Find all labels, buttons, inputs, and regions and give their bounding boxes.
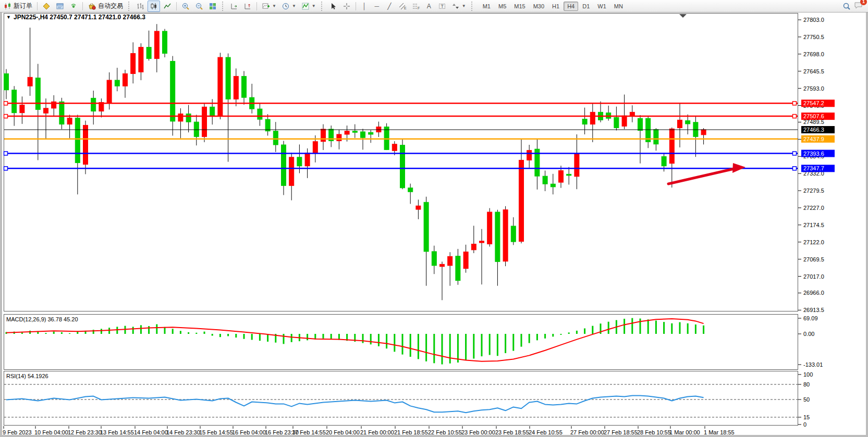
macd-hist-bar	[195, 333, 197, 334]
candle-body	[297, 157, 302, 166]
chart-canvas[interactable]: 27803.027750.527698.027645.527593.027540…	[0, 0, 868, 437]
zoom-in-icon	[181, 2, 190, 10]
candle-body	[345, 131, 349, 134]
autotrading-button[interactable]: 自动交易	[85, 1, 125, 12]
toolbar-grip	[471, 2, 474, 11]
candle-body	[321, 129, 326, 142]
period-button[interactable]: ▼	[279, 1, 298, 12]
search-icon[interactable]	[842, 2, 851, 10]
candle-body	[574, 154, 579, 177]
data-window-button[interactable]	[54, 1, 66, 12]
macd-hist-bar	[457, 334, 459, 363]
fibonacci-button[interactable]: F	[410, 1, 422, 12]
line-handle[interactable]	[4, 152, 8, 155]
macd-hist-bar	[449, 334, 451, 364]
candle-body	[226, 57, 230, 99]
timeframe-h4[interactable]: H4	[564, 2, 578, 11]
candle-body	[4, 73, 9, 90]
zoom-in-button[interactable]	[179, 1, 192, 12]
window-frame-right	[866, 12, 868, 437]
trendline-button[interactable]: ╱	[384, 1, 395, 12]
timeframe-h1[interactable]: H1	[548, 2, 563, 11]
line-handle[interactable]	[4, 102, 8, 105]
timeframe-m5[interactable]: M5	[495, 2, 510, 11]
timeframe-mn[interactable]: MN	[610, 2, 627, 11]
notifications-button[interactable]: 1	[854, 1, 863, 11]
macd-axis-label: 0.00	[803, 331, 814, 337]
indicators-button[interactable]: ▼	[299, 1, 318, 12]
zoom-out-button[interactable]	[193, 1, 205, 12]
tile-windows-button[interactable]	[206, 1, 219, 12]
step-forward-button[interactable]	[241, 1, 254, 12]
channel-icon: E	[398, 2, 407, 10]
line-handle[interactable]	[793, 167, 797, 170]
candle-body	[67, 118, 72, 124]
macd-hist-bar	[125, 326, 126, 334]
chart-collapse-icon[interactable]: ▼	[6, 15, 11, 20]
rsi-axis-label: 50	[803, 396, 810, 403]
vertical-line-button[interactable]: │	[359, 1, 370, 12]
candle-body	[669, 129, 674, 163]
crosshair-button[interactable]	[340, 1, 353, 12]
price-tick-label: 27017.0	[803, 273, 824, 280]
timeframe-d1[interactable]: D1	[579, 2, 593, 11]
toolbar: 新订单 自动交易	[0, 0, 868, 13]
text-label-button[interactable]: T	[436, 1, 448, 12]
candle-body	[305, 153, 310, 166]
candle-body	[361, 132, 365, 138]
candle-body	[487, 212, 492, 244]
macd-hist-bar	[663, 322, 665, 334]
timeframe-m15[interactable]: M15	[510, 2, 529, 11]
new-chart-button[interactable]: ▼	[260, 1, 278, 12]
vertical-line-icon: │	[361, 3, 368, 10]
candle-body	[170, 61, 175, 121]
line-handle[interactable]	[4, 167, 8, 170]
bar-chart-button[interactable]	[134, 1, 146, 12]
macd-hist-bar	[378, 334, 380, 346]
shapes-button[interactable]: ▼	[449, 1, 468, 12]
new-order-button[interactable]: 新订单	[2, 1, 34, 12]
time-axis[interactable]: 9 Feb 202310 Feb 04:0012 Feb 23:3013 Feb…	[3, 426, 735, 435]
macd-hist-bar	[418, 334, 419, 359]
cursor-button[interactable]	[327, 1, 339, 12]
text-icon: A	[425, 3, 433, 10]
price-label: 27547.2	[803, 100, 824, 106]
candlestick-chart-button[interactable]	[148, 1, 160, 12]
rsi-label: RSI(14) 54.1926	[6, 373, 48, 379]
timeframe-m1[interactable]: M1	[479, 2, 494, 11]
navigator-button[interactable]	[67, 1, 80, 12]
new-chart-icon	[262, 2, 270, 10]
text-button[interactable]: A	[423, 1, 435, 12]
channel-button[interactable]: E	[396, 1, 409, 12]
horizontal-line-button[interactable]: ─	[371, 1, 383, 12]
autotrading-basket-icon	[88, 2, 96, 10]
candle-body	[194, 122, 199, 136]
horizontal-line-icon: ─	[373, 3, 381, 10]
separator	[176, 2, 177, 10]
macd-hist-bar	[425, 334, 427, 361]
timeframe-m30[interactable]: M30	[530, 2, 548, 11]
arrange-charts-button[interactable]	[228, 1, 240, 12]
macd-hist-bar	[592, 326, 593, 334]
line-handle[interactable]	[793, 102, 797, 105]
price-tick-label: 27803.0	[803, 17, 824, 23]
data-window-icon	[56, 2, 64, 10]
price-label: 27466.3	[803, 127, 824, 133]
line-handle[interactable]	[793, 115, 797, 118]
timeframe-w1[interactable]: W1	[594, 2, 610, 11]
market-watch-button[interactable]	[40, 1, 53, 12]
macd-hist-bar	[394, 334, 395, 352]
candle-body	[638, 118, 643, 130]
price-label: 27347.7	[803, 165, 824, 171]
macd-hist-bar	[552, 334, 554, 336]
line-handle[interactable]	[4, 115, 8, 118]
macd-hist-bar	[164, 327, 166, 334]
text-label-icon: T	[438, 2, 446, 10]
candle-body	[662, 157, 666, 166]
toolbar-grip	[222, 2, 225, 11]
price-tick-label: 26913.5	[803, 307, 824, 313]
line-chart-button[interactable]	[161, 1, 174, 12]
line-handle[interactable]	[793, 152, 797, 155]
price-tick-label: 27227.0	[803, 205, 824, 211]
candle-body	[582, 119, 587, 124]
